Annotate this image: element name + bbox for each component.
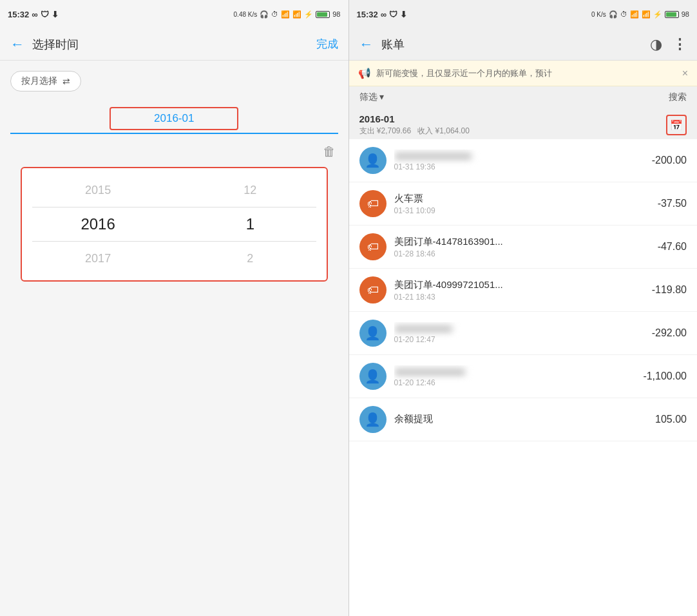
filter-row: 筛选 ▾ 搜索 [349,86,698,108]
tx-amount-6: -1,100.00 [643,371,687,382]
speaker-icon: 📢 [358,67,371,79]
transaction-item-5[interactable]: 👤 01-20 12:47 -292.00 [349,312,698,355]
notification-banner: 📢 新可能变慢，且仅显示近一个月内的账单，预计 × [349,61,698,86]
banner-text: 新可能变慢，且仅显示近一个月内的账单，预计 [376,68,677,79]
blurred-name-6 [394,368,465,377]
right-infinity-icon: ∞ [381,10,387,19]
left-battery [316,11,330,18]
avatar-2: 🏷 [359,190,387,217]
left-shield-icon: 🛡 [41,10,49,19]
right-nav-icons: ◑ ⋮ [650,36,687,53]
picker-year-2017[interactable]: 2017 [22,252,174,265]
right-signal-icon: 📶 [642,10,651,19]
avatar-5: 👤 [359,320,387,347]
picker-year-2016[interactable]: 2016 [22,215,174,233]
tx-info-1: 01-31 19:36 [394,149,644,171]
tx-info-6: 01-20 12:46 [394,365,636,387]
right-nav-bar: ← 账单 ◑ ⋮ [349,28,698,61]
tx-info-7: 余额提现 [394,413,648,427]
tx-time-5: 01-20 12:47 [394,335,644,344]
left-content: 按月选择 ⇄ 2016-01 🗑 2015 12 2016 1 [0,61,348,616]
right-bolt-icon: ⚡ [653,10,662,19]
date-display: 2016-01 [110,107,238,130]
expense-summary: 支出 ¥2,709.66 [359,126,412,135]
transaction-item-2[interactable]: 🏷 火车票 01-31 10:09 -37.50 [349,182,698,226]
picker-month-12[interactable]: 12 [174,184,326,197]
left-time: 15:32 [8,10,29,19]
avatar-icon-2: 🏷 [367,197,379,211]
search-button[interactable]: 搜索 [669,91,687,103]
income-summary: 收入 ¥1,064.00 [417,126,470,135]
tx-name-4: 美团订单-40999721051... [394,279,644,291]
avatar-icon-3: 🏷 [367,240,379,254]
tx-name-6 [394,365,636,376]
picker-row-bottom[interactable]: 2017 2 [22,244,327,273]
right-headphone-icon: 🎧 [609,10,618,19]
tx-time-3: 01-28 18:46 [394,249,650,258]
avatar-icon-4: 🏷 [367,284,379,297]
swap-icon: ⇄ [62,76,70,86]
right-time: 15:32 [357,10,378,19]
tx-amount-4: -119.80 [652,284,687,296]
calendar-icon: 📅 [670,119,683,131]
transaction-item-4[interactable]: 🏷 美团订单-40999721051... 01-21 18:43 -119.8… [349,269,698,312]
right-back-button[interactable]: ← [359,36,374,53]
month-select-label: 按月选择 [21,75,57,87]
transaction-item-3[interactable]: 🏷 美团订单-41478163901... 01-28 18:46 -47.60 [349,226,698,269]
tx-time-1: 01-31 19:36 [394,162,644,171]
picker-divider-bottom [32,241,316,242]
left-clock-icon: ⏱ [271,10,278,18]
right-clock-icon: ⏱ [620,10,627,18]
transaction-item-7[interactable]: 👤 余额提现 105.00 [349,398,698,441]
picker-divider-top [32,207,316,207]
tx-amount-2: -37.50 [658,198,687,209]
left-wifi-icon: 📶 [281,10,290,19]
picker-row-middle[interactable]: 2016 1 [22,210,327,238]
delete-icon[interactable]: 🗑 [323,144,336,159]
avatar-7: 👤 [359,406,387,433]
transaction-item-6[interactable]: 👤 01-20 12:46 -1,100.00 [349,355,698,398]
tx-name-3: 美团订单-41478163901... [394,236,650,248]
month-header-info: 2016-01 支出 ¥2,709.66 收入 ¥1,064.00 [359,113,470,137]
left-battery-level: 98 [332,10,340,18]
tx-amount-5: -292.00 [652,327,687,339]
picker-row-top[interactable]: 2015 12 [22,176,327,204]
date-underline [10,133,338,134]
picker-month-1[interactable]: 1 [174,215,326,233]
tx-name-5 [394,322,644,333]
avatar-1: 👤 [359,147,387,174]
right-speed: 0 K/s [591,11,606,18]
tx-name-7: 余额提现 [394,413,648,425]
left-complete-button[interactable]: 完成 [316,37,338,52]
tx-info-3: 美团订单-41478163901... 01-28 18:46 [394,236,650,258]
delete-row: 🗑 [10,144,338,159]
chart-icon-button[interactable]: ◑ [650,36,662,53]
tx-amount-3: -47.60 [658,241,687,253]
calendar-icon-button[interactable]: 📅 [666,115,687,135]
picker-month-2[interactable]: 2 [174,252,326,265]
filter-button[interactable]: 筛选 ▾ [359,91,385,103]
month-select-button[interactable]: 按月选择 ⇄ [10,71,81,91]
date-picker[interactable]: 2015 12 2016 1 2017 2 [21,167,328,282]
month-label: 2016-01 [359,113,470,124]
right-nav-title: 账单 [381,37,651,52]
more-menu-button[interactable]: ⋮ [673,36,687,53]
avatar-icon-7: 👤 [365,412,381,427]
left-status-bar: 15:32 ∞ 🛡 ⬇ 0.48 K/s 🎧 ⏱ 📶 📶 ⚡ 98 [0,0,348,28]
left-headphone-icon: 🎧 [260,10,269,19]
avatar-icon-5: 👤 [365,325,381,341]
transaction-item-1[interactable]: 👤 01-31 19:36 -200.00 [349,139,698,182]
left-back-button[interactable]: ← [10,36,24,53]
right-battery-level: 98 [682,10,689,18]
month-summary: 支出 ¥2,709.66 收入 ¥1,064.00 [359,126,470,137]
tx-time-6: 01-20 12:46 [394,378,636,387]
month-header: 2016-01 支出 ¥2,709.66 收入 ¥1,064.00 📅 [349,108,698,139]
avatar-3: 🏷 [359,233,387,260]
right-shield-icon: 🛡 [389,10,397,19]
tx-info-2: 火车票 01-31 10:09 [394,193,650,215]
banner-close-button[interactable]: × [682,68,688,79]
right-download-icon: ⬇ [400,10,407,19]
transaction-list: 👤 01-31 19:36 -200.00 🏷 火车票 01-31 10:09 … [349,139,698,616]
left-download-icon: ⬇ [52,10,59,19]
picker-year-2015[interactable]: 2015 [22,184,174,197]
